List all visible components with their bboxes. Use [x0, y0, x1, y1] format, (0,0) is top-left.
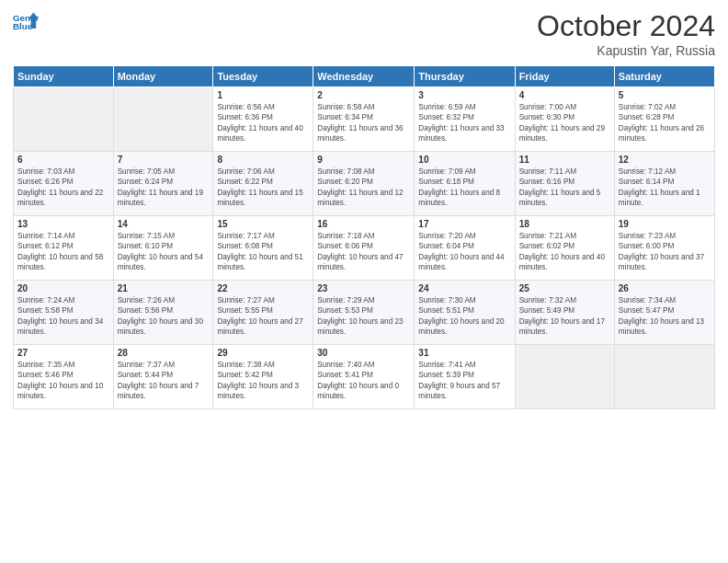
calendar-cell: 23Sunrise: 7:29 AM Sunset: 5:53 PM Dayli… — [313, 281, 415, 345]
calendar-cell: 7Sunrise: 7:05 AM Sunset: 6:24 PM Daylig… — [113, 152, 213, 216]
day-number: 8 — [217, 155, 309, 165]
day-number: 11 — [519, 155, 610, 165]
day-info: Sunrise: 7:30 AM Sunset: 5:51 PM Dayligh… — [418, 295, 510, 338]
calendar-cell: 29Sunrise: 7:38 AM Sunset: 5:42 PM Dayli… — [213, 345, 313, 409]
calendar-cell: 3Sunrise: 6:59 AM Sunset: 6:32 PM Daylig… — [415, 87, 515, 152]
calendar-cell: 4Sunrise: 7:00 AM Sunset: 6:30 PM Daylig… — [515, 87, 614, 152]
calendar-cell: 9Sunrise: 7:08 AM Sunset: 6:20 PM Daylig… — [313, 152, 415, 216]
day-number: 28 — [118, 348, 210, 358]
title-block: October 2024 Kapustin Yar, Russia — [537, 9, 715, 58]
calendar-cell: 11Sunrise: 7:11 AM Sunset: 6:16 PM Dayli… — [515, 152, 614, 216]
day-info: Sunrise: 7:35 AM Sunset: 5:46 PM Dayligh… — [17, 360, 109, 402]
day-info: Sunrise: 7:37 AM Sunset: 5:44 PM Dayligh… — [118, 360, 210, 402]
page: General Blue October 2024 Kapustin Yar, … — [0, 0, 728, 563]
main-title: October 2024 — [537, 9, 715, 43]
calendar-week-4: 27Sunrise: 7:35 AM Sunset: 5:46 PM Dayli… — [14, 345, 715, 409]
day-number: 1 — [217, 90, 309, 100]
calendar-week-1: 6Sunrise: 7:03 AM Sunset: 6:26 PM Daylig… — [14, 152, 715, 216]
day-info: Sunrise: 7:02 AM Sunset: 6:28 PM Dayligh… — [619, 102, 711, 144]
header: General Blue October 2024 Kapustin Yar, … — [13, 9, 715, 58]
day-number: 10 — [418, 155, 510, 165]
day-info: Sunrise: 7:09 AM Sunset: 6:18 PM Dayligh… — [418, 167, 510, 209]
day-number: 29 — [217, 348, 309, 358]
day-info: Sunrise: 7:18 AM Sunset: 6:06 PM Dayligh… — [317, 231, 410, 273]
day-number: 23 — [317, 283, 410, 293]
day-info: Sunrise: 7:40 AM Sunset: 5:41 PM Dayligh… — [317, 360, 410, 402]
calendar-cell: 1Sunrise: 6:56 AM Sunset: 6:36 PM Daylig… — [213, 87, 313, 152]
calendar-cell: 13Sunrise: 7:14 AM Sunset: 6:12 PM Dayli… — [14, 216, 114, 281]
day-number: 7 — [118, 155, 210, 165]
day-info: Sunrise: 7:24 AM Sunset: 5:58 PM Dayligh… — [17, 295, 109, 338]
header-monday: Monday — [113, 66, 213, 87]
calendar-table: Sunday Monday Tuesday Wednesday Thursday… — [13, 65, 715, 409]
day-number: 6 — [17, 155, 109, 165]
header-tuesday: Tuesday — [213, 66, 313, 87]
calendar-cell: 15Sunrise: 7:17 AM Sunset: 6:08 PM Dayli… — [213, 216, 313, 281]
calendar-cell: 20Sunrise: 7:24 AM Sunset: 5:58 PM Dayli… — [14, 281, 114, 345]
day-number: 16 — [317, 219, 410, 229]
logo-icon: General Blue — [13, 9, 39, 35]
svg-text:Blue: Blue — [13, 21, 33, 31]
calendar-cell: 22Sunrise: 7:27 AM Sunset: 5:55 PM Dayli… — [213, 281, 313, 345]
day-number: 5 — [619, 90, 711, 100]
logo: General Blue — [13, 9, 39, 35]
header-sunday: Sunday — [14, 66, 114, 87]
day-info: Sunrise: 7:11 AM Sunset: 6:16 PM Dayligh… — [519, 167, 610, 209]
day-number: 12 — [619, 155, 711, 165]
day-number: 31 — [418, 348, 510, 358]
calendar-cell: 14Sunrise: 7:15 AM Sunset: 6:10 PM Dayli… — [113, 216, 213, 281]
day-number: 15 — [217, 219, 309, 229]
calendar-week-3: 20Sunrise: 7:24 AM Sunset: 5:58 PM Dayli… — [14, 281, 715, 345]
day-number: 26 — [619, 283, 711, 293]
calendar-cell: 25Sunrise: 7:32 AM Sunset: 5:49 PM Dayli… — [515, 281, 614, 345]
calendar-cell — [515, 345, 614, 409]
calendar-cell: 28Sunrise: 7:37 AM Sunset: 5:44 PM Dayli… — [113, 345, 213, 409]
day-info: Sunrise: 6:59 AM Sunset: 6:32 PM Dayligh… — [418, 102, 510, 144]
calendar-week-2: 13Sunrise: 7:14 AM Sunset: 6:12 PM Dayli… — [14, 216, 715, 281]
calendar-cell: 18Sunrise: 7:21 AM Sunset: 6:02 PM Dayli… — [515, 216, 614, 281]
calendar-cell: 31Sunrise: 7:41 AM Sunset: 5:39 PM Dayli… — [415, 345, 515, 409]
day-number: 21 — [118, 283, 210, 293]
calendar-cell: 24Sunrise: 7:30 AM Sunset: 5:51 PM Dayli… — [415, 281, 515, 345]
day-info: Sunrise: 7:41 AM Sunset: 5:39 PM Dayligh… — [418, 360, 510, 402]
day-number: 25 — [519, 283, 610, 293]
day-info: Sunrise: 6:58 AM Sunset: 6:34 PM Dayligh… — [317, 102, 410, 144]
day-info: Sunrise: 7:38 AM Sunset: 5:42 PM Dayligh… — [217, 360, 309, 402]
day-info: Sunrise: 7:06 AM Sunset: 6:22 PM Dayligh… — [217, 167, 309, 209]
calendar-cell: 27Sunrise: 7:35 AM Sunset: 5:46 PM Dayli… — [14, 345, 114, 409]
day-number: 2 — [317, 90, 410, 100]
calendar-cell — [14, 87, 114, 152]
calendar-cell: 6Sunrise: 7:03 AM Sunset: 6:26 PM Daylig… — [14, 152, 114, 216]
calendar-cell: 26Sunrise: 7:34 AM Sunset: 5:47 PM Dayli… — [614, 281, 714, 345]
day-info: Sunrise: 7:00 AM Sunset: 6:30 PM Dayligh… — [519, 102, 610, 144]
day-info: Sunrise: 7:27 AM Sunset: 5:55 PM Dayligh… — [217, 295, 309, 338]
calendar-cell: 12Sunrise: 7:12 AM Sunset: 6:14 PM Dayli… — [614, 152, 714, 216]
header-saturday: Saturday — [614, 66, 714, 87]
day-info: Sunrise: 7:05 AM Sunset: 6:24 PM Dayligh… — [118, 167, 210, 209]
calendar-cell: 19Sunrise: 7:23 AM Sunset: 6:00 PM Dayli… — [614, 216, 714, 281]
calendar-cell — [113, 87, 213, 152]
calendar-cell: 5Sunrise: 7:02 AM Sunset: 6:28 PM Daylig… — [614, 87, 714, 152]
day-number: 19 — [619, 219, 711, 229]
calendar-cell: 21Sunrise: 7:26 AM Sunset: 5:56 PM Dayli… — [113, 281, 213, 345]
day-number: 27 — [17, 348, 109, 358]
day-info: Sunrise: 7:14 AM Sunset: 6:12 PM Dayligh… — [17, 231, 109, 273]
day-info: Sunrise: 7:17 AM Sunset: 6:08 PM Dayligh… — [217, 231, 309, 273]
day-info: Sunrise: 7:21 AM Sunset: 6:02 PM Dayligh… — [519, 231, 610, 273]
day-number: 24 — [418, 283, 510, 293]
day-info: Sunrise: 7:26 AM Sunset: 5:56 PM Dayligh… — [118, 295, 210, 338]
calendar-cell — [614, 345, 714, 409]
day-info: Sunrise: 7:03 AM Sunset: 6:26 PM Dayligh… — [17, 167, 109, 209]
day-number: 30 — [317, 348, 410, 358]
day-info: Sunrise: 7:08 AM Sunset: 6:20 PM Dayligh… — [317, 167, 410, 209]
day-info: Sunrise: 7:23 AM Sunset: 6:00 PM Dayligh… — [619, 231, 711, 273]
day-info: Sunrise: 7:32 AM Sunset: 5:49 PM Dayligh… — [519, 295, 610, 338]
calendar-week-0: 1Sunrise: 6:56 AM Sunset: 6:36 PM Daylig… — [14, 87, 715, 152]
calendar-cell: 17Sunrise: 7:20 AM Sunset: 6:04 PM Dayli… — [415, 216, 515, 281]
day-number: 18 — [519, 219, 610, 229]
day-number: 14 — [118, 219, 210, 229]
day-number: 20 — [17, 283, 109, 293]
day-info: Sunrise: 7:20 AM Sunset: 6:04 PM Dayligh… — [418, 231, 510, 273]
day-info: Sunrise: 6:56 AM Sunset: 6:36 PM Dayligh… — [217, 102, 309, 144]
day-info: Sunrise: 7:15 AM Sunset: 6:10 PM Dayligh… — [118, 231, 210, 273]
